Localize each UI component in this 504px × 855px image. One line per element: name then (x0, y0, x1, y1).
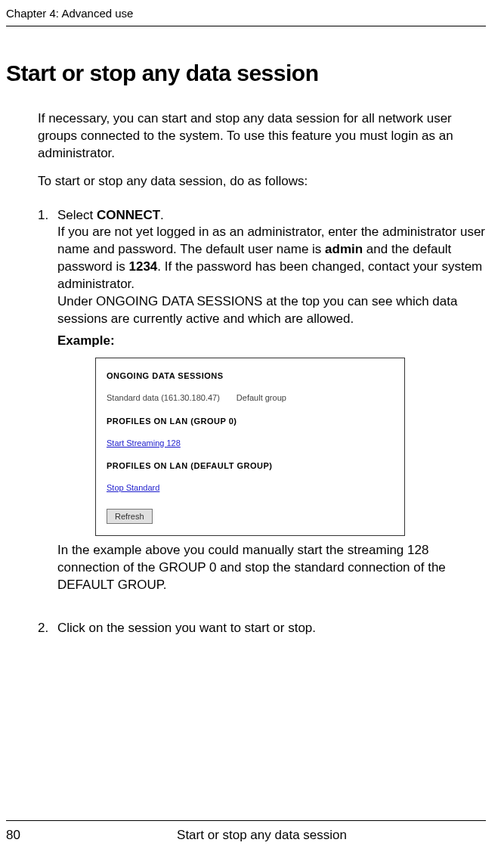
footer-page-number: 80 (6, 827, 38, 844)
ss-heading-group0: PROFILES ON LAN (GROUP 0) (107, 416, 394, 427)
step1-select: Select CONNECT. (57, 207, 486, 225)
list-number: 1. (38, 207, 57, 606)
list-item-2: 2. Click on the session you want to star… (38, 620, 486, 637)
step1-ongoing-info: Under ONGOING DATA SESSIONS at the top y… (57, 293, 486, 328)
step1-login-info: If you are not yet logged in as an admin… (57, 224, 486, 293)
list-number: 2. (38, 620, 57, 637)
step1-after-screenshot: In the example above you could manually … (57, 542, 486, 594)
ss-session-group: Default group (237, 392, 286, 404)
chapter-header: Chapter 4: Advanced use (6, 6, 486, 26)
step2-text: Click on the session you want to start o… (57, 620, 486, 637)
screenshot-panel: ONGOING DATA SESSIONS Standard data (161… (95, 358, 405, 536)
refresh-button[interactable]: Refresh (107, 509, 153, 524)
start-streaming-link[interactable]: Start Streaming 128 (107, 438, 394, 449)
list-item-1: 1. Select CONNECT. If you are not yet lo… (38, 207, 486, 606)
intro-paragraph: If necessary, you can start and stop any… (38, 110, 486, 163)
section-title: Start or stop any data session (6, 58, 486, 89)
ss-heading-ongoing: ONGOING DATA SESSIONS (107, 370, 394, 382)
lead-paragraph: To start or stop any data session, do as… (38, 173, 486, 191)
example-label: Example: (57, 333, 486, 350)
stop-standard-link[interactable]: Stop Standard (107, 482, 394, 494)
ss-session-data: Standard data (161.30.180.47) (107, 392, 220, 404)
footer-section-title: Start or stop any data session (38, 827, 486, 844)
page-footer: 80 Start or stop any data session (6, 820, 486, 844)
ss-session-row: Standard data (161.30.180.47) Default gr… (107, 392, 394, 404)
ss-heading-default-group: PROFILES ON LAN (DEFAULT GROUP) (107, 460, 394, 472)
